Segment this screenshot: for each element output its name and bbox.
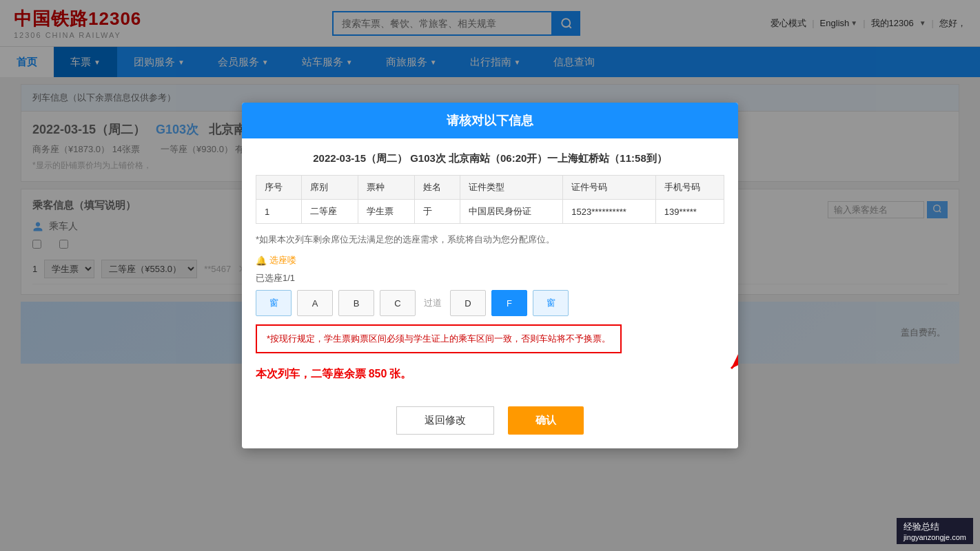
col-header-phone: 手机号码	[655, 176, 724, 200]
red-warning-box: *按现行规定，学生票购票区间必须与学生证上的乘车区间一致，否则车站将不予换票。	[256, 324, 622, 353]
seat-btn-F[interactable]: F	[491, 290, 527, 316]
modal-footer: 返回修改 确认	[242, 406, 738, 448]
seat-selection-area: 🔔 选座喽 已选座1/1 窗 A B C 过道 D F 窗	[256, 254, 724, 316]
seat-btn-B[interactable]: B	[338, 290, 374, 316]
cell-phone: 139*****	[655, 200, 724, 224]
remaining-seats: 本次列车，二等座余票 850 张。	[256, 367, 724, 382]
cell-idnum: 1523**********	[563, 200, 656, 224]
seat-btn-window-left[interactable]: 窗	[256, 290, 292, 316]
modal-confirm-button[interactable]: 确认	[508, 406, 584, 435]
col-header-seat: 席别	[301, 176, 358, 200]
seat-btn-window-right[interactable]: 窗	[533, 290, 569, 316]
modal-back-button[interactable]: 返回修改	[396, 406, 494, 435]
seat-label: 🔔 选座喽	[256, 254, 724, 267]
seat-buttons: 窗 A B C 过道 D F 窗	[256, 290, 724, 316]
passenger-confirm-table: 序号 席别 票种 姓名 证件类型 证件号码 手机号码 1 二等座 学生票 于	[256, 175, 724, 224]
seat-btn-C[interactable]: C	[380, 290, 416, 316]
modal-warning: *如果本次列车剩余席位无法满足您的选座需求，系统将自动为您分配席位。	[256, 233, 724, 246]
cell-num: 1	[256, 200, 302, 224]
speaker-icon: 🔔	[256, 256, 267, 266]
seat-btn-A[interactable]: A	[297, 290, 333, 316]
seat-selected-info: 已选座1/1	[256, 272, 724, 284]
cell-name: 于	[415, 200, 460, 224]
col-header-idtype: 证件类型	[460, 176, 563, 200]
confirm-modal: 请核对以下信息 2022-03-15（周二） G103次 北京南站（06:20开…	[242, 103, 738, 448]
cell-ticket: 学生票	[358, 200, 415, 224]
modal-body: 2022-03-15（周二） G103次 北京南站（06:20开）一上海虹桥站（…	[242, 138, 738, 406]
red-arrow-annotation	[717, 334, 738, 375]
arrow-container: *按现行规定，学生票购票区间必须与学生证上的乘车区间一致，否则车站将不予换票。	[256, 324, 724, 362]
col-header-name: 姓名	[415, 176, 460, 200]
col-header-ticket: 票种	[358, 176, 415, 200]
col-header-num: 序号	[256, 176, 302, 200]
seat-divider-aisle: 过道	[421, 297, 445, 309]
seat-btn-D[interactable]: D	[450, 290, 486, 316]
modal-title: 请核对以下信息	[447, 114, 533, 127]
svg-line-5	[731, 341, 738, 368]
cell-seat: 二等座	[301, 200, 358, 224]
modal-header: 请核对以下信息	[242, 103, 738, 138]
modal-overlay: 请核对以下信息 2022-03-15（周二） G103次 北京南站（06:20开…	[0, 0, 980, 456]
col-header-idnum: 证件号码	[563, 176, 656, 200]
cell-idtype: 中国居民身份证	[460, 200, 563, 224]
table-row: 1 二等座 学生票 于 中国居民身份证 1523********** 139**…	[256, 200, 724, 224]
modal-train-info: 2022-03-15（周二） G103次 北京南站（06:20开）一上海虹桥站（…	[256, 152, 724, 165]
